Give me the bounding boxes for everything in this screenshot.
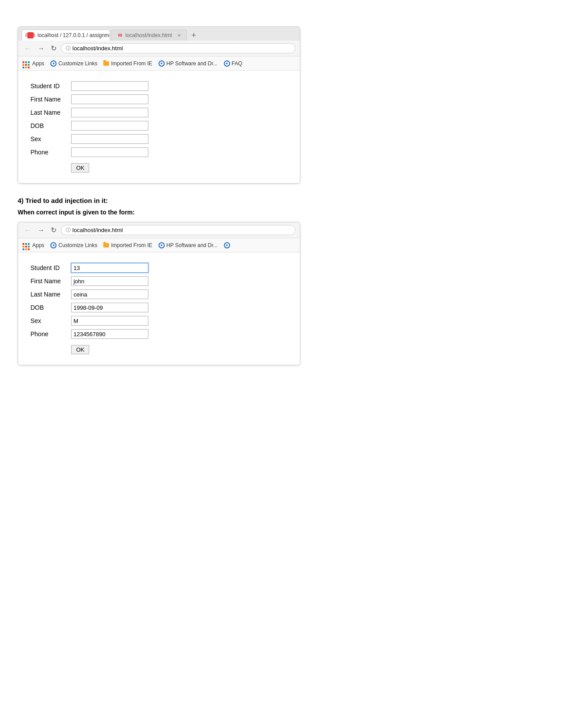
faq-label-1: FAQ [232, 60, 242, 67]
sex-label-2: Sex [27, 314, 68, 327]
hp-label-2: HP Software and Dr... [166, 242, 218, 248]
table-row: Phone [27, 327, 152, 341]
table-row: Student ID [27, 261, 152, 274]
browser-nav-2: ← → ↻ ⓘ localhost/index.html [18, 222, 300, 238]
section-4-heading: 4) Tried to add injection in it: [18, 197, 545, 204]
apps-grid-icon-2 [23, 240, 30, 250]
last-name-label-1: Last Name [27, 106, 68, 119]
table-row: OK [27, 159, 152, 174]
table-row: Last Name [27, 288, 152, 301]
phone-label-2: Phone [27, 327, 68, 341]
forward-button-2[interactable]: → [36, 225, 46, 235]
browser-content-1: Student ID First Name Last Name DOB Sex … [18, 71, 300, 183]
first-name-input-1[interactable] [71, 94, 148, 104]
globe-icon-5: ● [159, 242, 165, 248]
bookmarks-bar-1: Apps ● Customize Links Imported From IE … [18, 56, 300, 71]
apps-label-2: Apps [32, 242, 44, 248]
new-tab-button[interactable]: + [188, 31, 200, 39]
address-bar-2[interactable]: ⓘ localhost/index.html [61, 225, 295, 235]
apps-label-1: Apps [32, 60, 44, 67]
globe-icon-4: ● [50, 242, 57, 248]
table-row: Phone [27, 146, 152, 159]
bookmark-customize-2[interactable]: ● Customize Links [50, 242, 97, 248]
address-bar-1[interactable]: ⓘ localhost/index.html [61, 43, 295, 53]
last-name-label-2: Last Name [27, 288, 68, 301]
reload-button-2[interactable]: ↻ [49, 225, 58, 235]
phone-input-2[interactable] [71, 329, 148, 339]
form-table-2: Student ID First Name Last Name DOB Sex … [27, 261, 152, 356]
dob-input-1[interactable] [71, 121, 148, 131]
forward-button[interactable]: → [36, 44, 46, 53]
table-row: Last Name [27, 106, 152, 119]
tab-2[interactable]: ✉ localhost/index.html ✕ [111, 30, 187, 41]
address-text-2: localhost/index.html [72, 227, 123, 233]
sex-input-1[interactable] [71, 134, 148, 144]
folder-icon-2 [103, 243, 109, 248]
folder-icon-1 [103, 61, 109, 66]
table-row: DOB [27, 301, 152, 314]
hp-label-1: HP Software and Dr... [166, 60, 218, 67]
student-id-label-2: Student ID [27, 261, 68, 274]
address-text-1: localhost/index.html [72, 45, 123, 52]
bookmark-customize-1[interactable]: ● Customize Links [50, 60, 97, 67]
table-row: DOB [27, 119, 152, 132]
first-name-label-2: First Name [27, 274, 68, 288]
bookmark-apps-2[interactable]: Apps [23, 240, 44, 250]
lock-icon-2: ⓘ [66, 227, 71, 233]
browser-window-1: PWA localhost / 127.0.0.1 / assignme... … [18, 26, 300, 184]
dob-input-2[interactable] [71, 303, 148, 312]
table-row: OK [27, 341, 152, 356]
bookmark-hp-1[interactable]: ● HP Software and Dr... [159, 60, 218, 67]
section-4-subheading: When correct input is given to the form: [18, 209, 545, 216]
bookmark-imported-2[interactable]: Imported From IE [103, 242, 152, 248]
last-name-input-2[interactable] [71, 289, 148, 299]
table-row: Sex [27, 132, 152, 146]
table-row: First Name [27, 274, 152, 288]
bookmark-extra-globe[interactable]: ● [224, 242, 230, 248]
bookmark-hp-2[interactable]: ● HP Software and Dr... [159, 242, 218, 248]
tab-2-close[interactable]: ✕ [177, 33, 181, 38]
dob-label-1: DOB [27, 119, 68, 132]
dob-label-2: DOB [27, 301, 68, 314]
globe-icon-6: ● [224, 242, 230, 248]
browser-tabs-1: PWA localhost / 127.0.0.1 / assignme... … [18, 27, 300, 41]
imported-label-2: Imported From IE [111, 242, 152, 248]
apps-grid-icon-1 [23, 58, 30, 68]
imported-label-1: Imported From IE [111, 60, 152, 67]
table-row: First Name [27, 93, 152, 106]
customize-label-2: Customize Links [58, 242, 97, 248]
student-id-label-1: Student ID [27, 79, 68, 93]
tab-1-label: localhost / 127.0.0.1 / assignme... [38, 32, 110, 38]
browser-content-2: Student ID First Name Last Name DOB Sex … [18, 252, 300, 365]
bookmarks-bar-2: Apps ● Customize Links Imported From IE … [18, 238, 300, 252]
student-id-input-1[interactable] [71, 81, 148, 91]
first-name-input-2[interactable] [71, 276, 148, 286]
pwa-icon: PWA [27, 32, 34, 38]
bookmark-imported-1[interactable]: Imported From IE [103, 60, 152, 67]
sex-input-2[interactable] [71, 316, 148, 326]
tab-2-label: localhost/index.html [125, 32, 172, 38]
student-id-input-2[interactable] [71, 263, 148, 273]
customize-label-1: Customize Links [58, 60, 97, 67]
globe-icon-3: ● [224, 60, 230, 67]
browser-nav-1: ← → ↻ ⓘ localhost/index.html [18, 41, 300, 56]
globe-icon-2: ● [159, 60, 165, 67]
back-button[interactable]: ← [23, 44, 33, 53]
back-button-2[interactable]: ← [23, 225, 33, 235]
last-name-input-1[interactable] [71, 108, 148, 117]
table-row: Sex [27, 314, 152, 327]
first-name-label-1: First Name [27, 93, 68, 106]
tab-1-active[interactable]: PWA localhost / 127.0.0.1 / assignme... … [22, 30, 110, 41]
globe-icon-1: ● [50, 60, 57, 67]
ok-button-1[interactable]: OK [71, 163, 89, 173]
ok-button-2[interactable]: OK [71, 345, 89, 354]
tab-2-favicon: ✉ [117, 32, 123, 38]
table-row: Student ID [27, 79, 152, 93]
browser-window-2: ← → ↻ ⓘ localhost/index.html Apps ● Cust… [18, 222, 300, 365]
bookmark-faq-1[interactable]: ● FAQ [224, 60, 242, 67]
sex-label-1: Sex [27, 132, 68, 146]
phone-label-1: Phone [27, 146, 68, 159]
bookmark-apps-1[interactable]: Apps [23, 58, 44, 68]
phone-input-1[interactable] [71, 147, 148, 157]
reload-button[interactable]: ↻ [49, 43, 58, 53]
